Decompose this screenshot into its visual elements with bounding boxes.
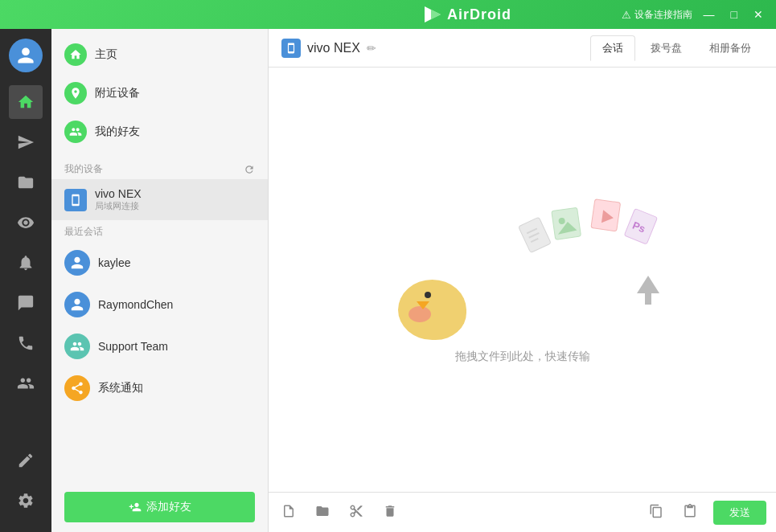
- nav-find[interactable]: [9, 206, 43, 239]
- content-header: vivo NEX ✏ 会话 拨号盘 相册备份: [269, 29, 776, 68]
- app-logo: AirDroid: [314, 6, 621, 23]
- contact-raymond[interactable]: RaymondChen: [51, 284, 268, 325]
- nav-messages[interactable]: [9, 286, 43, 320]
- device-status: 局域网连接: [95, 200, 142, 212]
- cut-button[interactable]: [346, 501, 367, 525]
- drop-zone-text: 拖拽文件到此处，快速传输: [455, 350, 590, 364]
- nav-notifications[interactable]: [9, 246, 43, 280]
- new-folder-button[interactable]: [312, 501, 333, 525]
- contact-system[interactable]: 系统通知: [51, 367, 268, 409]
- logo-text: AirDroid: [447, 6, 511, 23]
- bottom-bar: 发送: [269, 492, 776, 532]
- sidebar-item-home[interactable]: 主页: [51, 35, 268, 74]
- floating-file-icons: Ps: [516, 203, 659, 242]
- delete-button[interactable]: [380, 501, 400, 525]
- device-edit-icon[interactable]: ✏: [367, 42, 376, 55]
- device-guide[interactable]: ⚠ 设备连接指南: [622, 8, 692, 22]
- nearby-nav-icon: [64, 82, 87, 104]
- system-name: 系统通知: [98, 381, 143, 395]
- bird-illustration: [386, 243, 482, 340]
- sidebar: 主页 附近设备 我的好友 我的设备: [51, 29, 269, 532]
- nearby-nav-label: 附近设备: [95, 86, 140, 100]
- tabs: 会话 拨号盘 相册备份: [590, 35, 763, 61]
- sidebar-item-nearby[interactable]: 附近设备: [51, 74, 268, 113]
- nav-edit[interactable]: [9, 444, 43, 477]
- nav-files[interactable]: [9, 166, 43, 199]
- kaylee-avatar: [64, 250, 90, 276]
- kaylee-name: kaylee: [98, 256, 130, 269]
- video-icon: [589, 197, 626, 236]
- minimize-button[interactable]: —: [699, 6, 720, 23]
- upload-arrow: [637, 276, 659, 305]
- tab-session[interactable]: 会话: [590, 35, 635, 61]
- raymond-name: RaymondChen: [98, 298, 173, 311]
- toolbar-left: [278, 501, 400, 525]
- tab-album[interactable]: 相册备份: [697, 35, 763, 61]
- system-avatar: [64, 375, 90, 401]
- ps-icon: Ps: [621, 207, 663, 251]
- header-device-name: vivo NEX: [307, 41, 360, 55]
- header-device-icon: [281, 39, 301, 58]
- maximize-button[interactable]: □: [726, 6, 742, 23]
- image-icon: [549, 205, 586, 244]
- home-nav-icon: [64, 43, 87, 66]
- svg-marker-1: [431, 10, 441, 19]
- sidebar-item-friends[interactable]: 我的好友: [51, 113, 268, 151]
- tab-dialpad[interactable]: 拨号盘: [638, 35, 694, 61]
- device-vivo-nex[interactable]: vivo NEX 局域网连接: [51, 179, 268, 220]
- close-button[interactable]: ✕: [749, 6, 768, 23]
- nav-contacts[interactable]: [9, 366, 43, 400]
- copy-button[interactable]: [646, 501, 667, 525]
- paste-button[interactable]: [680, 501, 700, 525]
- support-avatar: [64, 334, 90, 359]
- contact-support[interactable]: Support Team: [51, 325, 268, 367]
- support-team-name: Support Team: [98, 340, 168, 353]
- device-phone-icon: [64, 189, 87, 211]
- icon-bar: [0, 29, 51, 532]
- add-friend-icon: [129, 501, 142, 514]
- recent-label: 最近会话: [51, 220, 268, 242]
- contact-kaylee[interactable]: kaylee: [51, 242, 268, 284]
- send-button[interactable]: 发送: [713, 501, 766, 525]
- friends-nav-icon: [64, 121, 87, 143]
- logo-icon: [425, 6, 444, 23]
- nav-phone[interactable]: [9, 326, 43, 360]
- nav-home[interactable]: [9, 85, 43, 119]
- sidebar-nav: 主页 附近设备 我的好友: [51, 29, 268, 158]
- raymond-avatar: [64, 292, 90, 317]
- device-name: vivo NEX: [95, 187, 142, 200]
- my-devices-label: 我的设备: [51, 158, 268, 179]
- new-file-button[interactable]: [278, 501, 299, 525]
- toolbar-right: 发送: [646, 501, 766, 525]
- home-nav-label: 主页: [95, 47, 117, 62]
- add-friend-button[interactable]: 添加好友: [64, 492, 255, 522]
- main-content: vivo NEX ✏ 会话 拨号盘 相册备份: [269, 29, 776, 532]
- title-bar: AirDroid ⚠ 设备连接指南 — □ ✕: [0, 0, 776, 29]
- friends-nav-label: 我的好友: [95, 125, 140, 139]
- nav-settings[interactable]: [9, 484, 43, 518]
- refresh-icon[interactable]: [244, 164, 255, 175]
- nav-transfer[interactable]: [9, 125, 43, 159]
- drop-zone: Ps 拖拽文件到此处，快速传输: [269, 68, 776, 492]
- user-avatar[interactable]: [9, 39, 43, 72]
- svg-rect-6: [551, 207, 581, 239]
